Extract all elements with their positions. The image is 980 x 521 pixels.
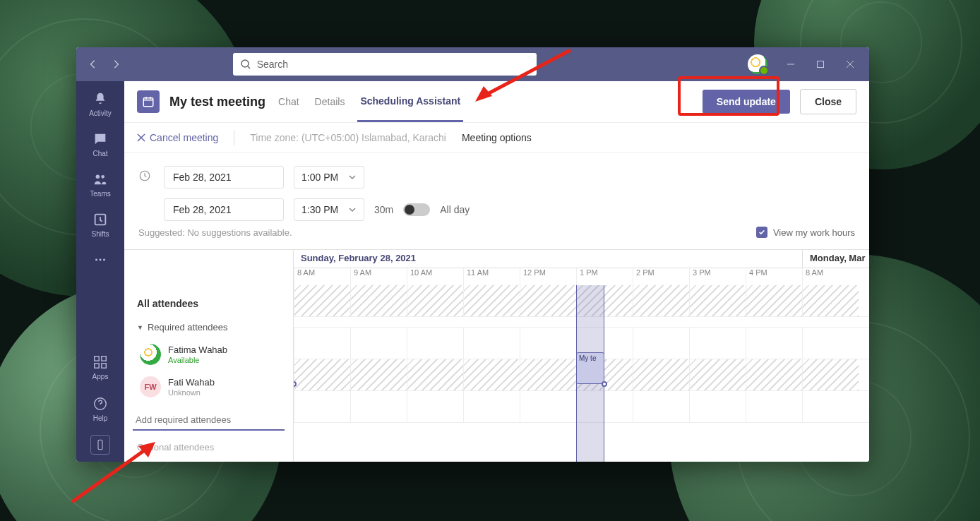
all-day-label: All day [440,204,470,215]
window-maximize-button[interactable] [807,53,834,76]
sidebar-item-label: Activity [89,109,112,117]
checkbox-checked-icon [756,227,767,238]
view-work-hours-checkbox[interactable]: View my work hours [756,227,855,238]
resize-handle-right[interactable] [602,381,607,387]
optional-attendees-heading[interactable]: Optional attendees [133,431,285,453]
attendee-name: Fatima Wahab [168,345,227,356]
sidebar-item-apps[interactable]: Apps [76,347,124,388]
svg-point-0 [241,60,249,67]
svg-point-6 [100,259,102,261]
hour-cell: 12 PM [520,268,576,285]
day-header-1: Sunday, February 28, 2021 [294,250,802,268]
chevron-down-icon [348,173,357,181]
all-day-toggle[interactable] [403,203,430,216]
clock-icon [138,169,154,185]
shifts-icon [92,212,108,227]
attendee-status: Unknown [168,388,215,397]
svg-rect-1 [817,61,823,68]
attendee-row[interactable]: FW Fati Wahab Unknown [133,372,285,405]
mobile-icon [90,435,110,455]
attendees-column: All attendees ▼ Required attendees Fatim… [124,250,294,462]
start-time-picker[interactable]: 1:00 PM [294,166,364,188]
sidebar-item-label: Shifts [91,230,109,238]
sidebar-item-label: Help [93,414,108,422]
close-button[interactable]: Close [800,89,856,114]
sidebar-item-label: Chat [92,150,107,157]
end-date-picker[interactable]: Feb 28, 2021 [164,198,284,221]
sidebar-item-label: Teams [90,190,110,198]
svg-rect-13 [98,440,102,450]
bell-icon [92,91,108,107]
required-attendees-heading[interactable]: ▼ Required attendees [133,319,285,340]
window-minimize-button[interactable] [777,53,804,76]
cancel-meeting-link[interactable]: Cancel meeting [137,132,218,143]
hour-cell: 3 PM [689,268,746,285]
search-input[interactable]: Search [233,53,537,76]
svg-point-5 [95,259,97,261]
svg-rect-8 [95,357,99,361]
svg-point-3 [101,175,104,179]
hour-header-row: 8 AM9 AM10 AM11 AM12 PM1 PM2 PM3 PM4 PM8… [294,268,869,285]
scheduling-grid: All attendees ▼ Required attendees Fatim… [124,249,869,462]
window-close-button[interactable] [837,53,864,76]
x-icon [137,133,145,142]
chevron-down-icon [348,205,357,214]
hour-cell: 8 AM [802,268,859,285]
teams-window: Search Activity Chat [76,47,869,462]
attendee-row[interactable]: Fatima Wahab Available [133,340,285,372]
attendee-avatar: FW [140,376,161,397]
svg-rect-11 [102,364,106,368]
tab-details[interactable]: Details [312,81,348,122]
hour-cell: 10 AM [407,268,463,285]
meeting-options-link[interactable]: Meeting options [462,132,532,143]
titlebar: Search [76,47,869,81]
nav-forward-button[interactable] [104,53,127,76]
sidebar-item-help[interactable]: Help [76,389,124,429]
meeting-block[interactable]: My te [576,352,604,384]
end-time-picker[interactable]: 1:30 PM [294,198,364,221]
search-icon [240,59,251,70]
sidebar-item-teams[interactable]: Teams [76,164,124,205]
main-panel: My test meeting Chat Details Scheduling … [124,81,869,462]
meeting-title: My test meeting [169,95,265,109]
hour-cell: 1 PM [576,268,633,285]
more-icon [92,252,108,268]
timezone-label[interactable]: Time zone: (UTC+05:00) Islamabad, Karach… [250,132,446,143]
hour-cell: 9 AM [350,268,407,285]
app-sidebar: Activity Chat Teams Shifts Apps [76,81,124,462]
teams-icon [92,172,108,187]
tab-chat[interactable]: Chat [275,81,302,122]
meeting-header: My test meeting Chat Details Scheduling … [124,81,869,122]
separator [234,130,234,145]
tab-scheduling-assistant[interactable]: Scheduling Assistant [357,81,463,122]
sidebar-item-activity[interactable]: Activity [76,84,124,124]
attendee-name: Fati Wahab [168,377,215,388]
sidebar-item-shifts[interactable]: Shifts [76,205,124,245]
user-avatar[interactable] [748,54,767,74]
send-update-button[interactable]: Send update [703,90,790,114]
timeline-column[interactable]: Sunday, February 28, 2021 Monday, Mar 8 … [294,250,869,462]
sidebar-item-chat[interactable]: Chat [76,124,124,164]
start-date-picker[interactable]: Feb 28, 2021 [164,166,284,188]
apps-icon [92,354,108,370]
add-required-attendees-input[interactable] [133,410,285,431]
hour-cell: 8 AM [294,268,350,285]
day-header-2: Monday, Mar [802,250,869,268]
svg-point-7 [103,259,105,261]
hour-cell: 4 PM [746,268,802,285]
hour-cell: 11 AM [463,268,520,285]
chat-icon [92,131,108,147]
sidebar-item-label: Apps [92,373,109,381]
sidebar-item-more[interactable] [76,245,124,275]
suggested-times-label: Suggested: No suggestions available. [138,227,292,238]
duration-label: 30m [374,204,393,215]
svg-rect-9 [102,357,106,361]
svg-rect-14 [143,98,153,107]
sidebar-item-mobile[interactable] [76,431,124,456]
schedule-grid-body[interactable]: My te [294,285,869,462]
hour-cell: 2 PM [633,268,689,285]
help-icon [92,396,108,412]
nav-back-button[interactable] [82,53,104,76]
attendee-status: Available [168,356,227,364]
all-attendees-heading: All attendees [133,295,285,319]
